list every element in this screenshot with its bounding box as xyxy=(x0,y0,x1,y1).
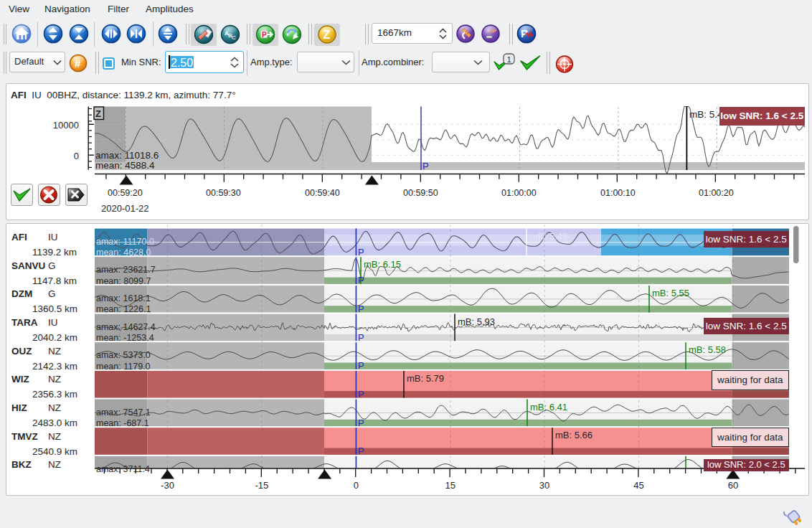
svg-text:C: C xyxy=(232,34,236,41)
svg-text:1: 1 xyxy=(507,55,511,64)
